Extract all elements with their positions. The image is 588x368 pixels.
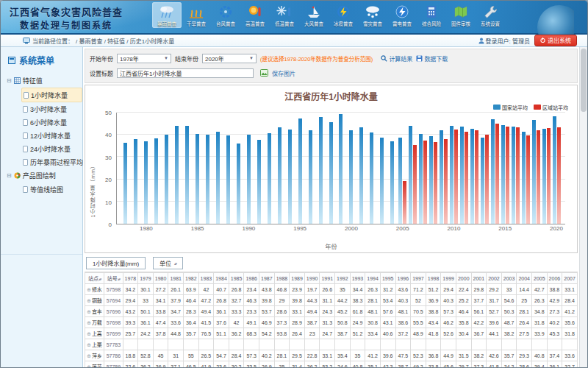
toolbar-item-review[interactable]: 图件审核 xyxy=(446,2,476,28)
bar-national-1999[interactable] xyxy=(339,114,343,224)
bar-national-1991[interactable] xyxy=(257,140,261,224)
bar-national-1985[interactable] xyxy=(196,134,199,224)
bar-national-1980[interactable] xyxy=(144,141,148,224)
vertical-scrollbar[interactable] xyxy=(579,47,587,367)
station-name-cell[interactable]: ⊕修水 xyxy=(85,284,104,295)
sidebar-item-24小时降水量[interactable]: 24小时降水量 xyxy=(21,142,82,155)
toolbar-item-settings[interactable]: 系统设置 xyxy=(476,2,505,28)
expand-row-icon[interactable]: ⊕ xyxy=(87,309,91,314)
bar-national-2007[interactable] xyxy=(419,134,423,224)
breadcrumb-path[interactable]: / 暴雨普查 / 特征值 / 历史1小时降水量 xyxy=(76,37,174,45)
bar-national-2015[interactable] xyxy=(501,125,505,224)
bar-regional-2020[interactable] xyxy=(557,127,561,224)
bar-national-1978[interactable] xyxy=(123,143,127,224)
station-name-cell[interactable]: ⊕铜鼓 xyxy=(85,295,104,306)
expand-row-icon[interactable]: ⊕ xyxy=(87,364,91,368)
toolbar-item-typhoon[interactable]: 台风普查 xyxy=(211,2,240,28)
bar-regional-2011[interactable] xyxy=(465,132,468,224)
legend-item[interactable]: 区域站平均 xyxy=(534,104,568,111)
bar-national-1984[interactable] xyxy=(185,126,189,224)
bar-national-1994[interactable] xyxy=(288,130,292,224)
bar-national-1993[interactable] xyxy=(278,127,282,224)
bar-regional-2018[interactable] xyxy=(537,130,540,224)
bar-national-1981[interactable] xyxy=(154,138,158,224)
sidebar-item-等值线绘图[interactable]: 等值线绘图 xyxy=(21,183,82,196)
bar-regional-2015[interactable] xyxy=(506,127,509,224)
unit-dropdown[interactable]: 单位▴▾ xyxy=(153,257,183,269)
bar-national-2006[interactable] xyxy=(409,126,412,224)
bar-regional-2017[interactable] xyxy=(526,135,530,224)
station-name-cell[interactable]: ⊕上栗 xyxy=(85,339,104,350)
tree-group-1[interactable]: ⊟产品图绘制 xyxy=(7,169,82,183)
bar-national-2011[interactable] xyxy=(460,127,464,224)
toolbar-item-rainstorm[interactable]: 暴雨普查 xyxy=(152,2,182,28)
bar-national-2014[interactable] xyxy=(491,119,495,224)
start-year-select[interactable]: 1978年▼ xyxy=(117,54,171,63)
bar-national-2004[interactable] xyxy=(390,141,394,224)
toolbar-item-wind[interactable]: 大风普查 xyxy=(299,2,329,28)
bar-national-1979[interactable] xyxy=(134,139,137,224)
bar-regional-2007[interactable] xyxy=(423,141,427,224)
calculate-button[interactable]: 计算结果 xyxy=(381,54,412,63)
bar-national-1982[interactable] xyxy=(165,135,168,224)
toolbar-item-drought[interactable]: 干旱普查 xyxy=(182,2,211,28)
sidebar-item-历年暴雨过程平均雨量[interactable]: 历年暴雨过程平均雨量 xyxy=(21,155,82,169)
toolbar-item-lightning[interactable]: 雷电普查 xyxy=(387,2,417,28)
expand-row-icon[interactable]: ⊕ xyxy=(87,287,91,292)
bar-national-1998[interactable] xyxy=(329,122,333,224)
bar-regional-2005[interactable] xyxy=(403,181,406,224)
bar-national-2000[interactable] xyxy=(349,130,353,224)
bar-regional-2013[interactable] xyxy=(485,135,489,224)
bar-national-1987[interactable] xyxy=(216,132,220,224)
bar-national-1997[interactable] xyxy=(319,117,323,224)
bar-national-1983[interactable] xyxy=(175,126,179,224)
bar-national-2008[interactable] xyxy=(429,136,433,224)
col-header-station[interactable]: 站点 ▴▾ xyxy=(85,273,104,284)
tree-group-0[interactable]: ⊟特征值 xyxy=(7,74,82,88)
bar-regional-2016[interactable] xyxy=(516,127,520,224)
bar-national-1996[interactable] xyxy=(309,130,312,224)
toolbar-item-hail[interactable]: 冰雹普查 xyxy=(329,2,358,28)
bar-national-2005[interactable] xyxy=(398,138,402,224)
end-year-select[interactable]: 2020年▼ xyxy=(202,54,257,63)
bar-national-2010[interactable] xyxy=(450,126,453,224)
bar-regional-2019[interactable] xyxy=(547,128,551,224)
chart-title-input[interactable] xyxy=(117,68,254,78)
bar-national-2002[interactable] xyxy=(370,132,373,224)
bar-regional-2006[interactable] xyxy=(413,145,417,224)
bar-national-2019[interactable] xyxy=(542,129,546,224)
sidebar-item-1小时降水量[interactable]: 1小时降水量 xyxy=(21,88,82,102)
bar-national-2016[interactable] xyxy=(512,127,515,224)
exit-system-button[interactable]: 退出系统 xyxy=(534,35,577,46)
station-name-cell[interactable]: ⊕宜丰 xyxy=(85,306,104,317)
expand-icon[interactable]: ⊟ xyxy=(7,172,12,179)
station-name-cell[interactable]: ⊕萍乡 xyxy=(85,350,104,361)
bar-regional-2010[interactable] xyxy=(454,130,458,224)
legend-item[interactable]: 国家站平均 xyxy=(493,104,528,111)
bar-national-2013[interactable] xyxy=(481,138,484,224)
bar-national-1995[interactable] xyxy=(298,118,302,224)
station-name-cell[interactable]: ⊕上高 xyxy=(85,328,104,339)
bar-national-2017[interactable] xyxy=(522,132,526,224)
bar-national-2012[interactable] xyxy=(470,129,474,224)
bar-national-1992[interactable] xyxy=(268,133,271,224)
bar-regional-2014[interactable] xyxy=(495,124,499,224)
bar-national-2009[interactable] xyxy=(440,130,443,224)
bar-national-2001[interactable] xyxy=(359,127,363,224)
v-scroll-thumb[interactable] xyxy=(581,49,587,112)
bar-national-2020[interactable] xyxy=(553,116,556,224)
bar-national-1986[interactable] xyxy=(206,135,209,224)
expand-row-icon[interactable]: ⊕ xyxy=(87,298,91,303)
col-header-station-id[interactable]: 站号 ▴▾ xyxy=(104,273,123,284)
bar-national-1989[interactable] xyxy=(237,144,240,224)
bar-regional-2012[interactable] xyxy=(475,130,478,224)
bar-national-1990[interactable] xyxy=(247,135,251,224)
toolbar-item-lowtemp[interactable]: 低温普查 xyxy=(270,2,299,28)
bar-regional-2008[interactable] xyxy=(434,142,437,224)
bar-national-2018[interactable] xyxy=(532,120,536,224)
station-name-cell[interactable]: ⊕莲花 xyxy=(85,361,104,368)
download-button[interactable]: 数据下载 xyxy=(416,54,448,63)
expand-row-icon[interactable]: ⊕ xyxy=(87,342,91,347)
sidebar-item-12小时降水量[interactable]: 12小时降水量 xyxy=(21,129,82,142)
toolbar-item-risk[interactable]: 综合风险 xyxy=(417,2,446,28)
